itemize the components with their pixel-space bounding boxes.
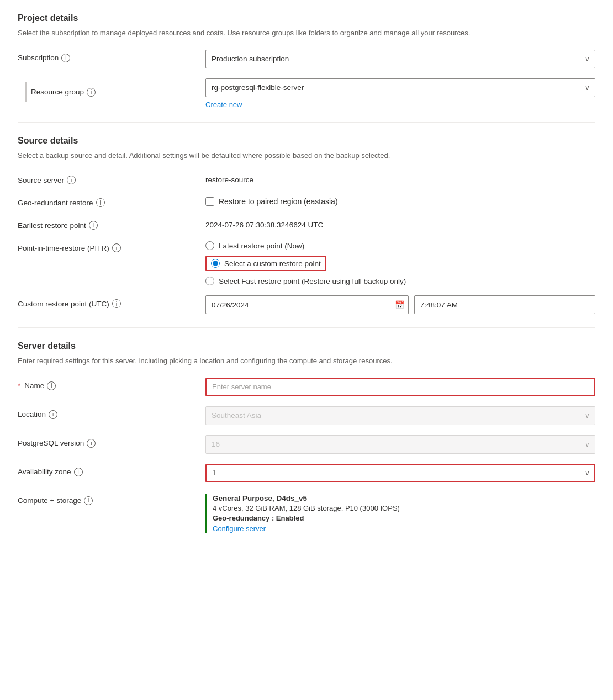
resource-group-control: rg-postgresql-flexible-server ∨ Create n…	[205, 78, 595, 109]
compute-storage-label: Compute + storage i	[18, 492, 205, 505]
custom-restore-info-icon[interactable]: i	[112, 299, 121, 308]
custom-restore-row: Custom restore point (UTC) i 📅	[18, 295, 595, 314]
availability-zone-info-icon[interactable]: i	[74, 468, 83, 476]
geo-redundant-checkbox-label: Restore to paired region (eastasia)	[219, 197, 338, 206]
source-details-title: Source details	[18, 136, 595, 146]
resource-group-dropdown[interactable]: rg-postgresql-flexible-server	[205, 78, 595, 97]
section-divider-2	[18, 327, 595, 328]
pitr-latest-radio[interactable]	[205, 241, 214, 250]
calendar-icon[interactable]: 📅	[395, 300, 404, 309]
location-info-icon[interactable]: i	[49, 410, 57, 419]
pitr-control: Latest restore point (Now) Select a cust…	[205, 240, 595, 285]
server-name-row: * Name i	[18, 378, 595, 396]
resource-group-info-icon[interactable]: i	[87, 88, 96, 97]
server-details-section: Server details Enter required settings f…	[18, 341, 595, 533]
location-dropdown[interactable]: Southeast Asia	[205, 406, 595, 425]
subscription-dropdown-wrapper: Production subscription ∨	[205, 50, 595, 68]
pitr-label: Point-in-time-restore (PITR) i	[18, 240, 205, 252]
subscription-info-icon[interactable]: i	[61, 54, 70, 62]
earliest-restore-value: 2024-07-26 07:30:38.3246624 UTC	[205, 217, 595, 229]
pitr-latest-label: Latest restore point (Now)	[219, 242, 304, 250]
time-input[interactable]	[414, 295, 595, 314]
server-name-info-icon[interactable]: i	[47, 381, 56, 390]
source-details-section: Source details Select a backup source an…	[18, 136, 595, 315]
configure-server-link[interactable]: Configure server	[213, 524, 266, 533]
date-input-wrapper: 📅	[205, 295, 409, 314]
earliest-restore-row: Earliest restore point i 2024-07-26 07:3…	[18, 217, 595, 230]
availability-zone-control: 1 ∨	[205, 464, 595, 482]
source-server-info-icon[interactable]: i	[67, 176, 76, 184]
create-new-link[interactable]: Create new	[205, 100, 242, 109]
location-label: Location i	[18, 406, 205, 419]
pitr-latest-item: Latest restore point (Now)	[205, 241, 595, 250]
resource-group-row: Resource group i rg-postgresql-flexible-…	[18, 78, 595, 109]
compute-storage-control: General Purpose, D4ds_v5 4 vCores, 32 Gi…	[205, 492, 595, 533]
compute-storage-row: Compute + storage i General Purpose, D4d…	[18, 492, 595, 533]
subscription-control: Production subscription ∨	[205, 50, 595, 68]
compute-detail: 4 vCores, 32 GiB RAM, 128 GiB storage, P…	[213, 504, 595, 512]
pitr-custom-radio[interactable]	[211, 259, 220, 268]
postgresql-version-dropdown-wrapper: 16 ∨	[205, 435, 595, 454]
server-details-desc: Enter required settings for this server,…	[18, 356, 595, 367]
earliest-restore-info-icon[interactable]: i	[89, 221, 98, 230]
pitr-custom-selected-box: Select a custom restore point	[205, 256, 326, 271]
source-details-desc: Select a backup source and detail. Addit…	[18, 150, 595, 161]
earliest-restore-label: Earliest restore point i	[18, 217, 205, 230]
server-name-control	[205, 378, 595, 396]
availability-zone-dropdown[interactable]: 1	[205, 464, 595, 482]
pitr-info-icon[interactable]: i	[112, 243, 121, 252]
resource-group-label: Resource group	[31, 88, 84, 96]
source-server-row: Source server i restore-source	[18, 172, 595, 184]
pitr-row: Point-in-time-restore (PITR) i Latest re…	[18, 240, 595, 285]
custom-restore-label: Custom restore point (UTC) i	[18, 295, 205, 308]
pitr-custom-item: Select a custom restore point	[205, 256, 595, 271]
pitr-fast-label: Select Fast restore point (Restore using…	[219, 277, 406, 285]
postgresql-version-dropdown[interactable]: 16	[205, 435, 595, 454]
server-name-label: * Name i	[18, 378, 205, 390]
pitr-fast-item: Select Fast restore point (Restore using…	[205, 277, 595, 285]
postgresql-version-control: 16 ∨	[205, 435, 595, 454]
subscription-label: Subscription i	[18, 50, 205, 62]
subscription-dropdown[interactable]: Production subscription	[205, 50, 595, 68]
compute-title: General Purpose, D4ds_v5	[213, 494, 595, 502]
pitr-fast-radio[interactable]	[205, 277, 214, 285]
compute-storage-content: General Purpose, D4ds_v5 4 vCores, 32 Gi…	[205, 494, 595, 533]
location-control: Southeast Asia ∨	[205, 406, 595, 425]
postgresql-version-row: PostgreSQL version i 16 ∨	[18, 435, 595, 454]
pitr-radio-group: Latest restore point (Now) Select a cust…	[205, 240, 595, 285]
section-divider-1	[18, 122, 595, 123]
subscription-row: Subscription i Production subscription ∨	[18, 50, 595, 68]
geo-redundant-info-icon[interactable]: i	[96, 198, 105, 207]
project-details-title: Project details	[18, 13, 595, 23]
compute-storage-info-icon[interactable]: i	[84, 496, 93, 505]
geo-redundant-checkbox-row: Restore to paired region (eastasia)	[205, 194, 595, 206]
geo-redundant-control: Restore to paired region (eastasia)	[205, 194, 595, 206]
custom-restore-control: 📅	[205, 295, 595, 314]
geo-redundancy: Geo-redundancy : Enabled	[213, 514, 595, 522]
location-dropdown-wrapper: Southeast Asia ∨	[205, 406, 595, 425]
geo-redundant-label: Geo-redundant restore i	[18, 194, 205, 207]
project-details-section: Project details Select the subscription …	[18, 13, 595, 109]
server-details-title: Server details	[18, 341, 595, 351]
date-time-row: 📅	[205, 295, 595, 314]
location-row: Location i Southeast Asia ∨	[18, 406, 595, 425]
source-server-value: restore-source	[205, 172, 595, 184]
postgresql-version-info-icon[interactable]: i	[87, 439, 96, 448]
availability-zone-dropdown-wrapper: 1 ∨	[205, 464, 595, 482]
required-asterisk: *	[18, 381, 20, 390]
server-name-input[interactable]	[205, 378, 595, 396]
project-details-desc: Select the subscription to manage deploy…	[18, 28, 595, 39]
geo-redundant-checkbox[interactable]	[205, 197, 214, 206]
resource-group-label-wrapper: Resource group i	[18, 78, 205, 102]
resource-group-dropdown-wrapper: rg-postgresql-flexible-server ∨	[205, 78, 595, 97]
source-server-label: Source server i	[18, 172, 205, 184]
availability-zone-label: Availability zone i	[18, 464, 205, 476]
postgresql-version-label: PostgreSQL version i	[18, 435, 205, 448]
pitr-custom-label: Select a custom restore point	[224, 259, 321, 268]
availability-zone-row: Availability zone i 1 ∨	[18, 464, 595, 482]
date-input[interactable]	[205, 295, 409, 314]
geo-redundant-row: Geo-redundant restore i Restore to paire…	[18, 194, 595, 207]
